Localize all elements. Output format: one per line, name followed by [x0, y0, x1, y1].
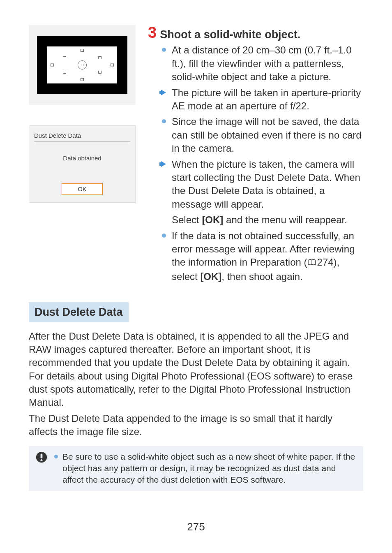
step-item-text: , then shoot again.	[221, 271, 302, 282]
warning-text: Be sure to use a solid-white object such…	[62, 452, 355, 485]
section-paragraph: After the Dust Delete Data is obtained, …	[29, 330, 363, 410]
af-point-icon	[63, 71, 66, 74]
dialog-ok-button[interactable]: OK	[62, 183, 103, 195]
af-point-icon	[81, 49, 84, 52]
svg-point-3	[40, 459, 42, 461]
af-point-icon	[81, 78, 84, 81]
af-point-icon	[98, 71, 101, 74]
step-item-text: The picture will be taken in aperture-pr…	[172, 87, 361, 111]
page-number: 275	[29, 520, 363, 534]
step-item-text: At a distance of 20 cm–30 cm (0.7 ft.–1.…	[172, 44, 352, 82]
dust-delete-dialog: Dust Delete Data Data obtained OK	[29, 125, 136, 203]
af-point-icon	[51, 63, 54, 66]
af-points-area	[47, 46, 117, 83]
step-item-bold: [OK]	[200, 271, 221, 282]
step-item: At a distance of 20 cm–30 cm (0.7 ft.–1.…	[160, 44, 363, 83]
step-title: Shoot a solid-white object.	[160, 25, 300, 42]
section-paragraph: The Dust Delete Data appended to the ima…	[29, 412, 363, 439]
page-ref: 274	[317, 257, 334, 268]
step-item: Since the image will not be saved, the d…	[160, 115, 363, 155]
warning-box: Be sure to use a solid-white object such…	[29, 446, 363, 491]
step-item: The picture will be taken in aperture-pr…	[160, 86, 363, 113]
step-item-text: Since the image will not be saved, the d…	[172, 116, 362, 154]
viewfinder-illustration	[29, 25, 136, 105]
step-item-text: and the menu will reappear.	[223, 214, 347, 225]
viewfinder-frame	[37, 36, 127, 94]
step-item: If the data is not obtained successfully…	[160, 229, 363, 284]
step-number: 3	[148, 25, 157, 40]
warning-item: Be sure to use a solid-white object such…	[53, 451, 357, 486]
af-point-icon	[111, 63, 114, 66]
step-body: At a distance of 20 cm–30 cm (0.7 ft.–1.…	[148, 44, 363, 283]
af-point-center-icon	[78, 60, 87, 69]
dialog-message: Data obtained	[34, 154, 130, 162]
af-point-icon	[98, 56, 101, 59]
section-heading: Dust Delete Data	[29, 302, 129, 322]
dialog-title: Dust Delete Data	[34, 132, 130, 142]
caution-icon	[35, 451, 48, 463]
step-item: When the picture is taken, the camera wi…	[160, 158, 363, 211]
svg-rect-2	[41, 454, 43, 458]
step-item-text: When the picture is taken, the camera wi…	[172, 159, 360, 210]
af-point-icon	[63, 56, 66, 59]
step-item: Select [OK] and the menu will reappear.	[160, 213, 363, 227]
step-item-bold: [OK]	[202, 214, 223, 225]
step-item-text: Select	[172, 214, 202, 225]
book-icon	[307, 257, 316, 270]
